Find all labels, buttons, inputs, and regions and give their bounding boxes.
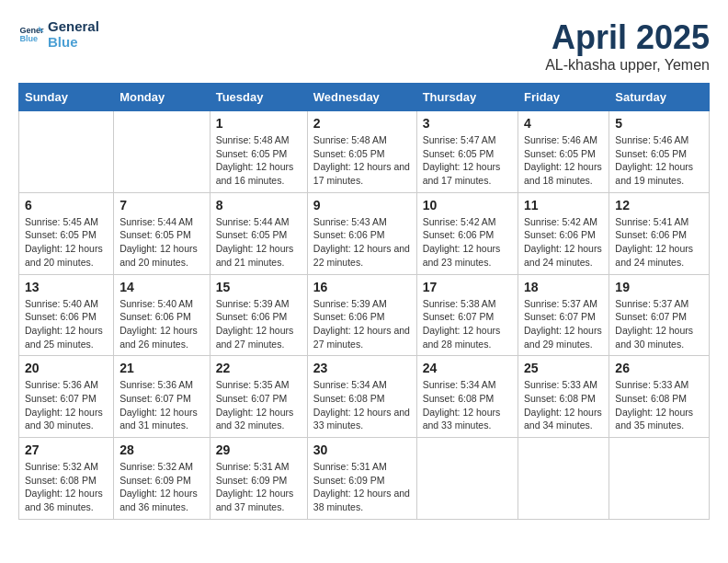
day-number: 10 — [423, 198, 512, 213]
day-info: Sunrise: 5:35 AM Sunset: 6:07 PM Dayligh… — [216, 378, 301, 432]
calendar-cell: 28Sunrise: 5:32 AM Sunset: 6:09 PM Dayli… — [114, 438, 210, 520]
calendar-cell: 19Sunrise: 5:37 AM Sunset: 6:07 PM Dayli… — [609, 274, 710, 356]
day-number: 12 — [615, 198, 703, 213]
day-info: Sunrise: 5:33 AM Sunset: 6:08 PM Dayligh… — [524, 378, 603, 432]
calendar-cell: 6Sunrise: 5:45 AM Sunset: 6:05 PM Daylig… — [19, 192, 114, 274]
day-number: 25 — [524, 361, 603, 375]
day-number: 14 — [119, 280, 204, 294]
day-info: Sunrise: 5:34 AM Sunset: 6:08 PM Dayligh… — [423, 378, 512, 432]
calendar-cell: 27Sunrise: 5:32 AM Sunset: 6:08 PM Dayli… — [19, 438, 114, 520]
day-number: 11 — [524, 198, 603, 213]
calendar-cell: 25Sunrise: 5:33 AM Sunset: 6:08 PM Dayli… — [518, 356, 609, 438]
day-number: 5 — [615, 116, 703, 131]
logo-general: General — [48, 18, 99, 34]
day-number: 17 — [423, 280, 512, 294]
day-info: Sunrise: 5:42 AM Sunset: 6:06 PM Dayligh… — [524, 215, 603, 270]
day-info: Sunrise: 5:34 AM Sunset: 6:08 PM Dayligh… — [313, 378, 411, 432]
calendar-cell: 9Sunrise: 5:43 AM Sunset: 6:06 PM Daylig… — [307, 192, 416, 274]
week-row-1: 1Sunrise: 5:48 AM Sunset: 6:05 PM Daylig… — [19, 111, 710, 193]
calendar-cell: 26Sunrise: 5:33 AM Sunset: 6:08 PM Dayli… — [609, 356, 710, 438]
day-number: 4 — [524, 116, 603, 131]
calendar-cell: 8Sunrise: 5:44 AM Sunset: 6:05 PM Daylig… — [210, 192, 307, 274]
day-number: 13 — [25, 280, 108, 294]
day-number: 7 — [119, 198, 204, 213]
day-info: Sunrise: 5:40 AM Sunset: 6:06 PM Dayligh… — [119, 297, 204, 351]
calendar-cell — [609, 438, 710, 520]
day-info: Sunrise: 5:46 AM Sunset: 6:05 PM Dayligh… — [615, 133, 703, 188]
day-info: Sunrise: 5:43 AM Sunset: 6:06 PM Dayligh… — [313, 215, 411, 270]
col-header-sunday: Sunday — [19, 84, 114, 111]
col-header-monday: Monday — [114, 84, 210, 111]
day-number: 9 — [313, 198, 411, 213]
day-number: 21 — [119, 361, 204, 375]
day-info: Sunrise: 5:38 AM Sunset: 6:07 PM Dayligh… — [423, 297, 512, 351]
logo-blue: Blue — [48, 34, 99, 50]
calendar-cell — [416, 438, 518, 520]
day-info: Sunrise: 5:48 AM Sunset: 6:05 PM Dayligh… — [216, 133, 301, 188]
calendar-cell: 3Sunrise: 5:47 AM Sunset: 6:05 PM Daylig… — [416, 111, 518, 193]
calendar-cell: 10Sunrise: 5:42 AM Sunset: 6:06 PM Dayli… — [416, 192, 518, 274]
page-header: General Blue General Blue April 2025 AL-… — [18, 18, 710, 74]
day-number: 23 — [313, 361, 411, 375]
day-number: 18 — [524, 280, 603, 294]
day-info: Sunrise: 5:42 AM Sunset: 6:06 PM Dayligh… — [423, 215, 512, 270]
page-title: April 2025 — [545, 18, 710, 57]
page-subtitle: AL-khasha upper, Yemen — [545, 57, 710, 74]
calendar-cell: 17Sunrise: 5:38 AM Sunset: 6:07 PM Dayli… — [416, 274, 518, 356]
col-header-friday: Friday — [518, 84, 609, 111]
day-number: 16 — [313, 280, 411, 294]
calendar-cell: 24Sunrise: 5:34 AM Sunset: 6:08 PM Dayli… — [416, 356, 518, 438]
day-number: 6 — [25, 198, 108, 213]
day-info: Sunrise: 5:46 AM Sunset: 6:05 PM Dayligh… — [524, 133, 603, 188]
day-number: 3 — [423, 116, 512, 131]
day-info: Sunrise: 5:39 AM Sunset: 6:06 PM Dayligh… — [313, 297, 411, 351]
logo: General Blue General Blue — [18, 18, 99, 50]
calendar-table: SundayMondayTuesdayWednesdayThursdayFrid… — [18, 83, 710, 520]
calendar-cell: 7Sunrise: 5:44 AM Sunset: 6:05 PM Daylig… — [114, 192, 210, 274]
calendar-cell: 20Sunrise: 5:36 AM Sunset: 6:07 PM Dayli… — [19, 356, 114, 438]
calendar-cell: 16Sunrise: 5:39 AM Sunset: 6:06 PM Dayli… — [307, 274, 416, 356]
day-number: 29 — [216, 442, 301, 457]
day-number: 30 — [313, 442, 411, 457]
day-number: 27 — [25, 442, 108, 457]
day-info: Sunrise: 5:47 AM Sunset: 6:05 PM Dayligh… — [423, 133, 512, 188]
day-number: 15 — [216, 280, 301, 294]
day-info: Sunrise: 5:31 AM Sunset: 6:09 PM Dayligh… — [313, 460, 411, 514]
day-info: Sunrise: 5:41 AM Sunset: 6:06 PM Dayligh… — [615, 215, 703, 270]
day-number: 1 — [216, 116, 301, 131]
week-row-2: 6Sunrise: 5:45 AM Sunset: 6:05 PM Daylig… — [19, 192, 710, 274]
week-row-4: 20Sunrise: 5:36 AM Sunset: 6:07 PM Dayli… — [19, 356, 710, 438]
day-number: 22 — [216, 361, 301, 375]
day-info: Sunrise: 5:45 AM Sunset: 6:05 PM Dayligh… — [25, 215, 108, 270]
calendar-cell: 2Sunrise: 5:48 AM Sunset: 6:05 PM Daylig… — [307, 111, 416, 193]
calendar-cell: 13Sunrise: 5:40 AM Sunset: 6:06 PM Dayli… — [19, 274, 114, 356]
day-info: Sunrise: 5:48 AM Sunset: 6:05 PM Dayligh… — [313, 133, 411, 188]
col-header-wednesday: Wednesday — [307, 84, 416, 111]
title-block: April 2025 AL-khasha upper, Yemen — [545, 18, 710, 74]
day-info: Sunrise: 5:40 AM Sunset: 6:06 PM Dayligh… — [25, 297, 108, 351]
calendar-cell — [114, 111, 210, 193]
day-number: 19 — [615, 280, 703, 294]
calendar-cell: 12Sunrise: 5:41 AM Sunset: 6:06 PM Dayli… — [609, 192, 710, 274]
svg-text:Blue: Blue — [19, 34, 38, 43]
calendar-cell — [19, 111, 114, 193]
calendar-cell: 4Sunrise: 5:46 AM Sunset: 6:05 PM Daylig… — [518, 111, 609, 193]
day-info: Sunrise: 5:44 AM Sunset: 6:05 PM Dayligh… — [216, 215, 301, 270]
calendar-cell: 30Sunrise: 5:31 AM Sunset: 6:09 PM Dayli… — [307, 438, 416, 520]
day-info: Sunrise: 5:44 AM Sunset: 6:05 PM Dayligh… — [119, 215, 204, 270]
day-info: Sunrise: 5:36 AM Sunset: 6:07 PM Dayligh… — [25, 378, 108, 432]
day-info: Sunrise: 5:32 AM Sunset: 6:08 PM Dayligh… — [25, 460, 108, 514]
day-info: Sunrise: 5:37 AM Sunset: 6:07 PM Dayligh… — [615, 297, 703, 351]
calendar-cell: 29Sunrise: 5:31 AM Sunset: 6:09 PM Dayli… — [210, 438, 307, 520]
day-number: 20 — [25, 361, 108, 375]
day-info: Sunrise: 5:33 AM Sunset: 6:08 PM Dayligh… — [615, 378, 703, 432]
calendar-cell: 11Sunrise: 5:42 AM Sunset: 6:06 PM Dayli… — [518, 192, 609, 274]
header-row: SundayMondayTuesdayWednesdayThursdayFrid… — [19, 84, 710, 111]
calendar-cell: 21Sunrise: 5:36 AM Sunset: 6:07 PM Dayli… — [114, 356, 210, 438]
week-row-3: 13Sunrise: 5:40 AM Sunset: 6:06 PM Dayli… — [19, 274, 710, 356]
day-info: Sunrise: 5:39 AM Sunset: 6:06 PM Dayligh… — [216, 297, 301, 351]
week-row-5: 27Sunrise: 5:32 AM Sunset: 6:08 PM Dayli… — [19, 438, 710, 520]
calendar-cell: 14Sunrise: 5:40 AM Sunset: 6:06 PM Dayli… — [114, 274, 210, 356]
calendar-cell: 22Sunrise: 5:35 AM Sunset: 6:07 PM Dayli… — [210, 356, 307, 438]
day-number: 26 — [615, 361, 703, 375]
